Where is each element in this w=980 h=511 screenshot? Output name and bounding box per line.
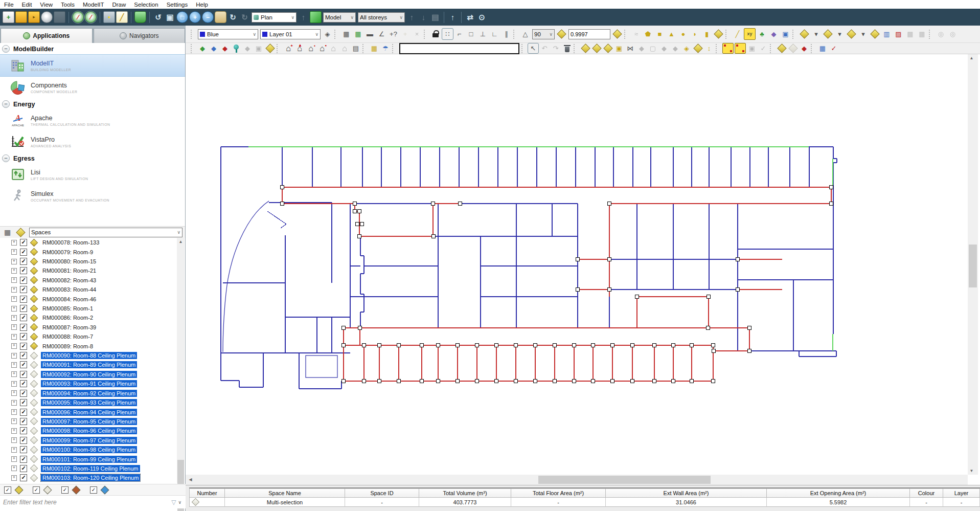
- edit-dim2-icon[interactable]: ▢: [648, 43, 658, 53]
- visibility-checkbox[interactable]: ✓: [20, 267, 27, 274]
- space-label[interactable]: RM000086: Room-2: [41, 314, 95, 321]
- layer-combo[interactable]: Layer 01∨: [260, 29, 321, 39]
- expand-icon[interactable]: +: [11, 277, 17, 283]
- space-label[interactable]: RM000096: Room-94 Ceiling Plenum: [41, 409, 137, 416]
- grid-icon[interactable]: ▦: [341, 29, 352, 39]
- expand-icon[interactable]: +: [11, 371, 17, 377]
- visibility-checkbox[interactable]: ✓: [20, 333, 27, 340]
- orbit-cube-icon[interactable]: ⊙: [476, 12, 487, 23]
- box-shape-icon[interactable]: ■: [654, 29, 665, 39]
- adjacency-icon[interactable]: [722, 43, 734, 54]
- plenums-filter-checkbox[interactable]: ✓: [33, 486, 40, 494]
- copy-space-icon[interactable]: ◆: [242, 43, 253, 53]
- save-model-icon[interactable]: [41, 11, 53, 23]
- place-space-dd-icon[interactable]: ▾: [811, 29, 822, 39]
- scale-f-icon[interactable]: [612, 29, 623, 39]
- visibility-checkbox[interactable]: ✓: [20, 409, 27, 416]
- paste-space-icon[interactable]: ▣: [254, 43, 264, 53]
- add-space-brown-icon[interactable]: ◆: [220, 43, 230, 53]
- tab-navigators[interactable]: Navigators: [94, 28, 186, 43]
- handles-icon[interactable]: [777, 43, 787, 53]
- tree-row-RM000080[interactable]: +✓RM000080: Room-15: [0, 257, 176, 266]
- confirm-icon[interactable]: ✓: [758, 43, 768, 53]
- visibility-checkbox[interactable]: ✓: [20, 399, 27, 406]
- expand-icon[interactable]: +: [11, 475, 17, 481]
- overlap-squares-icon[interactable]: ▣: [780, 29, 791, 39]
- expand-icon[interactable]: +: [11, 306, 17, 312]
- tree-row-RM000089[interactable]: +✓RM000089: Room-8: [0, 341, 176, 350]
- zoom-in-icon[interactable]: +: [189, 11, 201, 23]
- tree-row-RM000098[interactable]: +✓RM000098: Room-96 Ceiling Plenum: [0, 426, 176, 435]
- scale-input[interactable]: [568, 29, 610, 39]
- expand-icon[interactable]: +: [11, 456, 17, 462]
- model-diamond-icon[interactable]: [15, 227, 26, 238]
- section-modelbuilder[interactable]: −ModelBuilder: [0, 43, 185, 54]
- view-rotate-icon[interactable]: ↺: [153, 12, 164, 23]
- model-cube-icon[interactable]: [310, 11, 322, 23]
- menu-file[interactable]: File: [0, 2, 18, 8]
- drop-marker-icon[interactable]: ↑: [447, 12, 458, 23]
- space-label[interactable]: RM000095: Room-93 Ceiling Plenum: [41, 399, 137, 406]
- brush-icon[interactable]: ▨: [893, 29, 904, 39]
- space-label[interactable]: RM000084: Room-46: [41, 296, 98, 303]
- tab-applications[interactable]: Applications: [1, 28, 93, 43]
- redo-icon[interactable]: ↷: [551, 43, 561, 53]
- menu-settings[interactable]: Settings: [163, 2, 192, 8]
- visibility-checkbox[interactable]: ✓: [20, 239, 27, 246]
- menu-edit[interactable]: Edit: [18, 2, 36, 8]
- tree-row-RM000088[interactable]: +✓RM000088: Room-7: [0, 332, 176, 341]
- expand-icon[interactable]: +: [11, 249, 17, 255]
- copy-attr-icon[interactable]: ▣: [747, 43, 757, 53]
- column-header[interactable]: Total Floor Area (m²): [511, 488, 606, 498]
- expand-icon[interactable]: +: [11, 437, 17, 443]
- query-point-icon[interactable]: +?: [388, 29, 399, 39]
- expand-icon[interactable]: +: [11, 381, 17, 387]
- app-item-vistapro[interactable]: VistaProADVANCED ANALYSIS: [0, 131, 185, 152]
- import-model-icon[interactable]: [54, 11, 65, 23]
- zoom-window-icon[interactable]: □: [176, 11, 188, 23]
- edit-dim4-icon[interactable]: ◆: [670, 43, 680, 53]
- tree-row-RM000093[interactable]: +✓RM000093: Room-91 Ceiling Plenum: [0, 379, 176, 388]
- tree-row-RM000079[interactable]: +✓RM000079: Room-9: [0, 247, 176, 256]
- storeys-combo[interactable]: All storeys∨: [358, 12, 405, 23]
- add-room-icon[interactable]: ⌂: [283, 43, 293, 53]
- perpendicular-icon[interactable]: ⊥: [477, 29, 488, 39]
- tree-row-RM000081[interactable]: +✓RM000081: Room-21: [0, 266, 176, 275]
- tree-row-RM000083[interactable]: +✓RM000083: Room-44: [0, 285, 176, 294]
- tree-row-RM000087[interactable]: +✓RM000087: Room-39: [0, 323, 176, 332]
- spaces-selector[interactable]: Spaces ∨: [29, 228, 183, 237]
- canvas-vscrollbar[interactable]: ▲ ▼: [968, 54, 978, 475]
- menu-tools[interactable]: Tools: [57, 2, 79, 8]
- frame-icon[interactable]: ▥: [881, 29, 892, 39]
- apply-table-icon[interactable]: ▦: [905, 29, 916, 39]
- angle-combo[interactable]: 90∨: [532, 29, 555, 39]
- place-group-dd-icon[interactable]: ▾: [858, 29, 869, 39]
- tree-row-RM000097[interactable]: +✓RM000097: Room-95 Ceiling Plenum: [0, 417, 176, 426]
- tree-row-RM000086[interactable]: +✓RM000086: Room-2: [0, 313, 176, 322]
- column-header[interactable]: Ext Opening Area (m²): [767, 488, 910, 498]
- tree-row-RM000101[interactable]: +✓RM000101: Room-99 Ceiling Plenum: [0, 454, 176, 463]
- app-item-components[interactable]: ComponentsCOMPONENT MODELLER: [0, 77, 185, 98]
- undo-icon[interactable]: ↶: [539, 43, 550, 53]
- menu-selection[interactable]: Selection: [130, 2, 162, 8]
- door-room-icon[interactable]: ⌂: [317, 43, 327, 53]
- tree-scrollbar[interactable]: ▲ ▼: [177, 238, 185, 483]
- open-model-icon[interactable]: [15, 11, 27, 23]
- visibility-checkbox[interactable]: ✓: [20, 437, 27, 444]
- add-space-green-icon[interactable]: ◆: [197, 43, 208, 53]
- room-dim2-icon[interactable]: ⌂: [339, 43, 350, 53]
- tree-row-RM000078[interactable]: +✓RM000078: Room-133: [0, 238, 176, 247]
- canvas-scroll-left-icon[interactable]: ◀: [187, 476, 194, 483]
- space-label[interactable]: RM000079: Room-9: [41, 249, 95, 256]
- expand-icon[interactable]: +: [11, 428, 17, 434]
- mirror-icon[interactable]: ⋈: [625, 43, 635, 53]
- place-zone-icon[interactable]: [823, 29, 833, 39]
- bee-icon[interactable]: [870, 29, 880, 39]
- column-shape-icon[interactable]: ▮: [701, 29, 712, 39]
- place-space-icon[interactable]: [799, 29, 810, 39]
- plan-canvas[interactable]: [186, 54, 968, 475]
- delete-icon[interactable]: [562, 43, 572, 53]
- validate-icon[interactable]: ✓: [829, 43, 839, 53]
- expand-icon[interactable]: +: [11, 409, 17, 415]
- rotate-view-icon[interactable]: ↻: [227, 12, 238, 23]
